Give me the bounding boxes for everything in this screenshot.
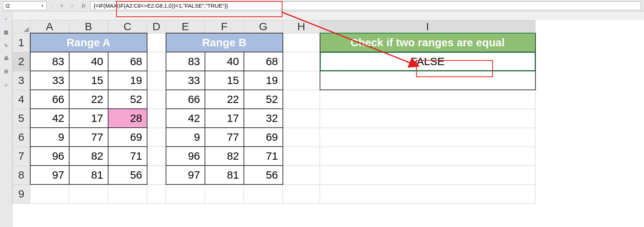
cell-D7[interactable] (147, 147, 166, 166)
col-header-C[interactable]: C (108, 20, 147, 33)
row-header-6[interactable]: 6 (13, 128, 30, 147)
cell-D4[interactable] (147, 90, 166, 109)
cell-C7[interactable]: 71 (108, 147, 147, 166)
cell-H9[interactable] (283, 184, 320, 203)
cell-B2[interactable]: 40 (69, 52, 108, 71)
cell-D2[interactable] (147, 52, 166, 71)
cell-C2[interactable]: 68 (108, 52, 147, 71)
cell-E6[interactable]: 9 (166, 128, 205, 147)
cell-H2[interactable] (283, 52, 320, 71)
row-header-4[interactable]: 4 (13, 90, 30, 109)
cell-C5[interactable]: 28 (108, 109, 147, 128)
cell-C8[interactable]: 56 (108, 166, 147, 184)
row-header-1[interactable]: 1 (13, 33, 30, 52)
cell-D9[interactable] (147, 184, 166, 203)
cell-H7[interactable] (283, 147, 320, 166)
cell-D8[interactable] (147, 166, 166, 184)
grid-icon[interactable]: ⊞ (3, 68, 10, 75)
col-header-I[interactable]: I (320, 20, 536, 33)
col-header-D[interactable]: D (147, 20, 166, 33)
cell-D1[interactable] (147, 33, 166, 52)
cell-C3[interactable]: 19 (108, 71, 147, 90)
cell-D6[interactable] (147, 128, 166, 147)
select-all-corner[interactable] (13, 20, 30, 33)
cell-F5[interactable]: 17 (205, 109, 244, 128)
cell-H6[interactable] (283, 128, 320, 147)
worksheet[interactable]: A B C D E F G H I 1 Range A Range B Chec… (12, 20, 644, 227)
cell-B6[interactable]: 77 (69, 128, 108, 147)
cell-B5[interactable]: 17 (69, 109, 108, 128)
cell-G5[interactable]: 32 (244, 109, 283, 128)
print-icon[interactable]: 🖶 (3, 55, 10, 62)
cell-D3[interactable] (147, 71, 166, 90)
table-icon[interactable]: ▦ (3, 28, 10, 36)
cell-G6[interactable]: 69 (244, 128, 283, 147)
cell-F2[interactable]: 40 (205, 52, 244, 71)
col-header-A[interactable]: A (30, 20, 69, 33)
namebox-dropdown-icon[interactable]: ▼ (41, 4, 44, 8)
cell-B4[interactable]: 22 (69, 90, 108, 109)
row-header-9[interactable]: 9 (13, 184, 30, 203)
cell-A3[interactable]: 33 (30, 71, 69, 90)
cell-G4[interactable]: 52 (244, 90, 283, 109)
cell-H1[interactable] (283, 33, 320, 52)
cell-G2[interactable]: 68 (244, 52, 283, 71)
cell-B3[interactable]: 15 (69, 71, 108, 90)
cell-I7[interactable] (320, 147, 536, 166)
range-b-header[interactable]: Range B (166, 33, 283, 52)
cell-B9[interactable] (69, 184, 108, 203)
cell-I4[interactable] (320, 90, 536, 109)
cell-G3[interactable]: 19 (244, 71, 283, 90)
cell-I2[interactable]: FALSE (320, 52, 536, 71)
cell-H5[interactable] (283, 109, 320, 128)
expand-pane-icon[interactable]: » (3, 15, 10, 23)
cell-H8[interactable] (283, 166, 320, 184)
cell-G9[interactable] (244, 184, 283, 203)
enter-button[interactable]: ✓ (68, 1, 77, 10)
cell-B8[interactable]: 81 (69, 166, 108, 184)
cell-F9[interactable] (205, 184, 244, 203)
cell-E4[interactable]: 66 (166, 90, 205, 109)
cell-A6[interactable]: 9 (30, 128, 69, 147)
cell-D5[interactable] (147, 109, 166, 128)
row-header-2[interactable]: 2 (13, 52, 30, 71)
col-header-F[interactable]: F (205, 20, 244, 33)
cell-I6[interactable] (320, 128, 536, 147)
cell-I3[interactable] (320, 71, 536, 90)
cell-E8[interactable]: 97 (166, 166, 205, 184)
range-a-header[interactable]: Range A (30, 33, 147, 52)
cell-C4[interactable]: 52 (108, 90, 147, 109)
cell-I5[interactable] (320, 109, 536, 128)
cell-A2[interactable]: 83 (30, 52, 69, 71)
cell-A9[interactable] (30, 184, 69, 203)
col-header-B[interactable]: B (69, 20, 108, 33)
cell-G7[interactable]: 71 (244, 147, 283, 166)
row-header-7[interactable]: 7 (13, 147, 30, 166)
cell-E7[interactable]: 96 (166, 147, 205, 166)
cell-F3[interactable]: 15 (205, 71, 244, 90)
col-header-H[interactable]: H (283, 20, 320, 33)
insert-function-button[interactable]: fx (79, 1, 88, 10)
namebox[interactable]: I2 ▼ (3, 1, 47, 10)
import-icon[interactable]: ↳ (3, 41, 10, 49)
row-header-5[interactable]: 5 (13, 109, 30, 128)
cell-C9[interactable] (108, 184, 147, 203)
cell-F4[interactable]: 22 (205, 90, 244, 109)
cell-A4[interactable]: 66 (30, 90, 69, 109)
cell-I9[interactable] (320, 184, 536, 203)
cell-A5[interactable]: 42 (30, 109, 69, 128)
cell-F8[interactable]: 81 (205, 166, 244, 184)
cell-G8[interactable]: 56 (244, 166, 283, 184)
cell-A7[interactable]: 96 (30, 147, 69, 166)
cell-B7[interactable]: 82 (69, 147, 108, 166)
row-header-8[interactable]: 8 (13, 166, 30, 184)
cell-E2[interactable]: 83 (166, 52, 205, 71)
formula-input[interactable]: {=IF(MAX(IF(A2:C8<>E2:G8,1,0))=1,"FALSE"… (90, 1, 641, 10)
cell-H3[interactable] (283, 71, 320, 90)
cell-F7[interactable]: 82 (205, 147, 244, 166)
find-icon[interactable]: ⌕ (3, 81, 10, 88)
cell-H4[interactable] (283, 90, 320, 109)
cell-I8[interactable] (320, 166, 536, 184)
result-header[interactable]: Check if two ranges are equal (320, 33, 536, 52)
cell-E9[interactable] (166, 184, 205, 203)
